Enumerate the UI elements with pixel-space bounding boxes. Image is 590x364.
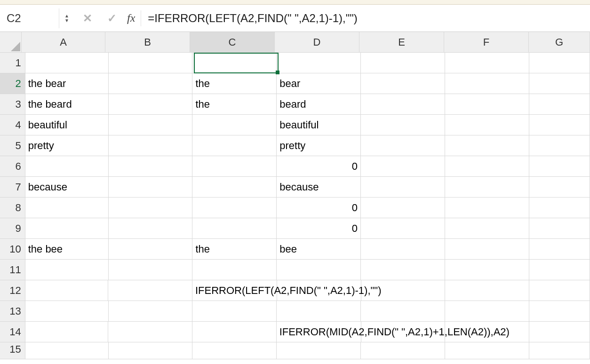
cell-C11[interactable]	[192, 260, 277, 280]
grid[interactable]: ABCDEFG 12the bearthebear3the beardthebe…	[0, 32, 590, 359]
cell-B5[interactable]	[109, 135, 193, 156]
cell-C15[interactable]	[192, 342, 277, 359]
cell-C14[interactable]	[192, 322, 277, 342]
cell-C2[interactable]: the	[192, 73, 277, 94]
cell-G1[interactable]	[529, 53, 590, 73]
cell-G2[interactable]	[529, 73, 590, 94]
column-header-D[interactable]: D	[275, 32, 359, 53]
cell-B2[interactable]	[109, 73, 193, 94]
cell-C7[interactable]	[192, 177, 277, 198]
cell-G4[interactable]	[529, 115, 590, 135]
row-header-11[interactable]: 11	[0, 260, 25, 280]
row-header-7[interactable]: 7	[0, 177, 25, 198]
chevron-up-icon[interactable]: ▲	[64, 14, 69, 18]
cell-B14[interactable]	[108, 322, 192, 342]
column-header-G[interactable]: G	[529, 32, 590, 53]
row-header-6[interactable]: 6	[0, 156, 25, 177]
cell-E15[interactable]	[361, 342, 445, 359]
cell-B6[interactable]	[109, 156, 193, 177]
cell-A6[interactable]	[25, 156, 109, 177]
cell-B9[interactable]	[109, 218, 193, 239]
cell-G7[interactable]	[529, 177, 590, 198]
cell-A14[interactable]	[25, 322, 109, 342]
cell-D9[interactable]: 0	[277, 218, 361, 239]
cell-C13[interactable]	[192, 301, 277, 322]
cell-D4[interactable]: beautiful	[277, 115, 361, 135]
row-header-1[interactable]: 1	[0, 53, 25, 73]
cell-G13[interactable]	[529, 301, 590, 322]
cell-B7[interactable]	[109, 177, 193, 198]
cell-A4[interactable]: beautiful	[25, 115, 109, 135]
cell-F15[interactable]	[445, 342, 529, 359]
cell-D10[interactable]: bee	[277, 239, 361, 260]
cell-G15[interactable]	[529, 342, 590, 359]
cell-E3[interactable]	[361, 94, 445, 115]
cell-F12[interactable]	[445, 280, 529, 301]
formula-input[interactable]: =IFERROR(LEFT(A2,FIND(" ",A2,1)-1),"")	[144, 8, 587, 28]
row-header-10[interactable]: 10	[0, 239, 25, 260]
cell-D6[interactable]: 0	[277, 156, 361, 177]
cell-C3[interactable]: the	[192, 94, 277, 115]
row-header-5[interactable]: 5	[0, 135, 25, 156]
cell-B10[interactable]	[109, 239, 193, 260]
cell-F7[interactable]	[445, 177, 529, 198]
column-header-F[interactable]: F	[444, 32, 529, 53]
cell-G11[interactable]	[529, 260, 590, 280]
select-all-corner[interactable]	[0, 32, 22, 53]
cell-D11[interactable]	[277, 260, 361, 280]
cell-E11[interactable]	[361, 260, 445, 280]
cell-E5[interactable]	[361, 135, 445, 156]
cell-B13[interactable]	[109, 301, 193, 322]
cell-C6[interactable]	[192, 156, 277, 177]
cell-A1[interactable]	[25, 53, 109, 73]
cell-A8[interactable]	[25, 198, 109, 218]
cell-E8[interactable]	[361, 198, 445, 218]
cell-D1[interactable]	[277, 53, 361, 73]
row-header-3[interactable]: 3	[0, 94, 25, 115]
row-header-2[interactable]: 2	[0, 73, 25, 94]
row-header-15[interactable]: 15	[0, 342, 25, 359]
cell-E10[interactable]	[361, 239, 445, 260]
cell-F6[interactable]	[445, 156, 529, 177]
column-header-E[interactable]: E	[359, 32, 444, 53]
cell-C5[interactable]	[192, 135, 277, 156]
cell-E13[interactable]	[361, 301, 445, 322]
cell-D5[interactable]: pretty	[277, 135, 361, 156]
cell-C4[interactable]	[192, 115, 277, 135]
cell-G5[interactable]	[529, 135, 590, 156]
cell-D3[interactable]: beard	[277, 94, 361, 115]
cell-C9[interactable]	[192, 218, 277, 239]
cell-E2[interactable]	[361, 73, 445, 94]
name-box-stepper[interactable]: ▲ ▼	[62, 8, 72, 28]
cell-C1[interactable]	[192, 53, 277, 73]
cell-G3[interactable]	[529, 94, 590, 115]
cell-A3[interactable]: the beard	[25, 94, 109, 115]
column-header-A[interactable]: A	[22, 32, 105, 53]
cell-A15[interactable]	[25, 342, 109, 359]
cell-B8[interactable]	[109, 198, 193, 218]
enter-icon[interactable]: ✓	[104, 12, 120, 25]
cell-E1[interactable]	[361, 53, 445, 73]
row-header-14[interactable]: 14	[0, 322, 25, 342]
cell-E4[interactable]	[361, 115, 445, 135]
cell-A13[interactable]	[25, 301, 109, 322]
cell-C12[interactable]: IFERROR(LEFT(A2,FIND(" ",A2,1)-1),"")	[192, 280, 277, 301]
cell-G10[interactable]	[529, 239, 590, 260]
cell-F2[interactable]	[445, 73, 529, 94]
cell-D15[interactable]	[277, 342, 361, 359]
cell-F5[interactable]	[445, 135, 529, 156]
cell-A12[interactable]	[25, 280, 109, 301]
cell-F11[interactable]	[445, 260, 529, 280]
column-header-C[interactable]: C	[190, 32, 275, 53]
cell-G9[interactable]	[529, 218, 590, 239]
cell-F9[interactable]	[445, 218, 529, 239]
cell-F8[interactable]	[445, 198, 529, 218]
cell-G14[interactable]	[529, 322, 590, 342]
cell-B3[interactable]	[109, 94, 193, 115]
cell-A5[interactable]: pretty	[25, 135, 109, 156]
cell-G6[interactable]	[529, 156, 590, 177]
cell-F1[interactable]	[445, 53, 529, 73]
name-box[interactable]: C2	[3, 8, 59, 28]
cell-A2[interactable]: the bear	[25, 73, 109, 94]
cell-E6[interactable]	[361, 156, 445, 177]
